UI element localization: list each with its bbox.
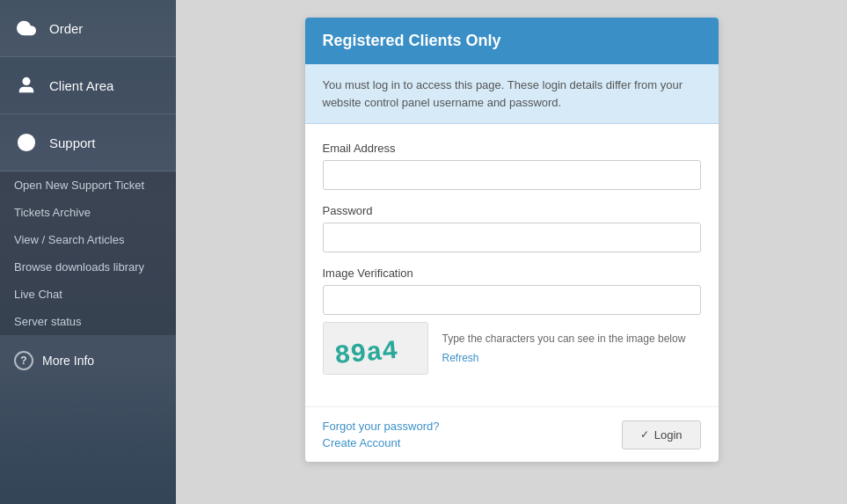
sidebar-item-support[interactable]: Support <box>0 114 176 172</box>
cloud-icon <box>14 16 39 40</box>
captcha-group: Image Verification 89a4 Type the charact… <box>323 267 701 375</box>
captcha-input[interactable] <box>323 285 701 315</box>
support-submenu: Open New Support Ticket Tickets Archive … <box>0 172 176 335</box>
sidebar: Order Client Area Support Open <box>0 0 176 504</box>
email-input[interactable] <box>323 160 701 190</box>
sidebar-item-client-area[interactable]: Client Area <box>0 57 176 114</box>
login-button[interactable]: ✓ Login <box>622 420 701 449</box>
sidebar-item-live-chat[interactable]: Live Chat <box>0 281 176 308</box>
login-card-header: Registered Clients Only <box>305 18 719 64</box>
create-account-link[interactable]: Create Account <box>323 436 440 449</box>
sidebar-item-view-search[interactable]: View / Search Articles <box>0 226 176 253</box>
login-card-info: You must log in to access this page. The… <box>305 64 719 124</box>
captcha-svg: 89a4 <box>327 326 424 370</box>
sidebar-item-more-info[interactable]: ? More Info <box>0 339 176 383</box>
captcha-label: Image Verification <box>323 267 701 280</box>
login-button-label: Login <box>654 428 683 442</box>
captcha-instruction: Type the characters you can see in the i… <box>442 332 686 345</box>
user-icon <box>14 73 39 98</box>
login-info-text: You must log in to access this page. The… <box>323 78 683 109</box>
sidebar-item-server-status[interactable]: Server status <box>0 308 176 335</box>
sidebar-more-info-label: More Info <box>42 354 94 368</box>
password-label: Password <box>323 204 701 217</box>
sidebar-order-label: Order <box>49 21 83 36</box>
captcha-section: 89a4 Type the characters you can see in … <box>323 322 701 375</box>
sidebar-item-open-ticket[interactable]: Open New Support Ticket <box>0 172 176 199</box>
main-content: Registered Clients Only You must log in … <box>176 0 847 504</box>
more-info-icon: ? <box>14 351 33 370</box>
footer-links: Forgot your password? Create Account <box>323 420 440 449</box>
captcha-image: 89a4 <box>323 322 428 375</box>
question-icon <box>14 130 39 155</box>
password-group: Password <box>323 204 701 252</box>
email-label: Email Address <box>323 142 701 155</box>
password-input[interactable] <box>323 223 701 252</box>
captcha-refresh-link[interactable]: Refresh <box>442 350 701 366</box>
login-card: Registered Clients Only You must log in … <box>305 18 719 462</box>
svg-point-0 <box>23 78 29 84</box>
forgot-password-link[interactable]: Forgot your password? <box>323 420 440 433</box>
login-card-body: Email Address Password Image Verificatio… <box>305 124 719 406</box>
email-group: Email Address <box>323 142 701 190</box>
sidebar-item-browse-downloads[interactable]: Browse downloads library <box>0 253 176 281</box>
sidebar-client-area-label: Client Area <box>49 78 113 93</box>
svg-text:89a4: 89a4 <box>333 336 399 370</box>
sidebar-item-order[interactable]: Order <box>0 0 176 57</box>
login-card-title: Registered Clients Only <box>323 32 501 49</box>
sidebar-support-label: Support <box>49 135 96 150</box>
checkmark-icon: ✓ <box>640 428 649 441</box>
captcha-info: Type the characters you can see in the i… <box>442 331 701 366</box>
login-card-footer: Forgot your password? Create Account ✓ L… <box>305 406 719 462</box>
sidebar-item-tickets-archive[interactable]: Tickets Archive <box>0 199 176 226</box>
